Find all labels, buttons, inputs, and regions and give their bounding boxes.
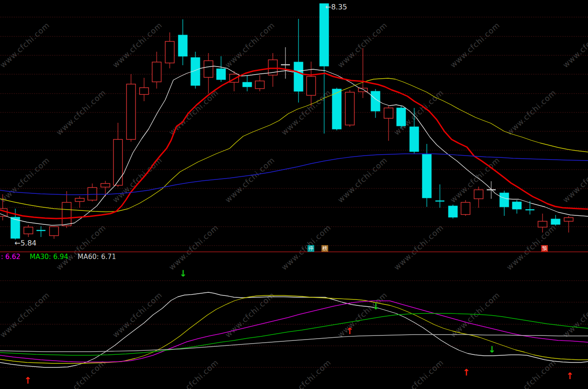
price-annotation: ←5.84 <box>14 239 36 247</box>
candle-down <box>551 215 560 226</box>
event-badge[interactable]: 榜 <box>321 245 328 252</box>
candle-down <box>371 89 380 118</box>
candle-up <box>538 214 547 233</box>
candle-up <box>255 75 264 91</box>
candle-up <box>384 106 393 141</box>
candle-down <box>217 56 226 82</box>
candle-down <box>512 200 521 214</box>
candle-down <box>448 205 457 219</box>
candle-up <box>268 53 277 87</box>
candle-up <box>358 48 367 98</box>
sell-signal-arrow: ↓ <box>488 344 496 355</box>
sell-signal-arrow: ↓ <box>180 268 187 279</box>
buy-signal-arrow: ↑ <box>566 371 574 381</box>
candle-down <box>397 106 406 128</box>
candle-up <box>165 32 174 68</box>
series-ind-yellow <box>0 295 588 363</box>
candle-up <box>127 74 136 142</box>
indicator-panel: ↑↓↑↓↑↓↑ <box>0 268 588 386</box>
candle-up <box>75 196 84 208</box>
buy-signal-arrow: ↑ <box>346 326 354 336</box>
series-ind-magenta-ma20 <box>0 301 588 362</box>
stock-chart-window: www.cfchi.comwww.cfchi.comwww.cfchi.comw… <box>0 0 588 389</box>
price-annotation: ←8.35 <box>325 3 347 11</box>
candle-down <box>410 108 419 153</box>
event-badge[interactable]: 停 <box>308 245 314 252</box>
candle-down <box>294 19 303 103</box>
candle-up <box>345 90 354 127</box>
series-ind-gray-ma60 <box>0 335 588 352</box>
chart-canvas[interactable]: ←8.35←5.84↑↓↑↓↑↓↑ <box>0 0 588 389</box>
candle-up <box>307 62 316 107</box>
main-price-panel: ←8.35←5.84 <box>0 3 588 247</box>
candle-down <box>243 75 252 91</box>
candle-down <box>435 184 444 208</box>
candle-up <box>204 53 213 94</box>
event-badge[interactable]: 预 <box>541 245 548 252</box>
candle-down <box>36 226 45 237</box>
candle-up <box>113 123 122 187</box>
candle-up <box>50 226 59 239</box>
series-ind-white-fast <box>0 292 588 367</box>
candle-up <box>564 216 573 233</box>
candle-down <box>422 144 431 207</box>
buy-signal-arrow: ↑ <box>463 367 470 378</box>
candle-down <box>178 19 187 65</box>
candle-up <box>140 78 149 101</box>
candle-up <box>461 200 470 216</box>
candle-up <box>88 183 97 201</box>
buy-signal-arrow: ↑ <box>24 375 32 386</box>
sell-signal-arrow: ↓ <box>372 301 380 312</box>
candle-up <box>152 52 161 89</box>
candle-up <box>474 187 483 208</box>
candle-down <box>500 191 509 216</box>
candle-down <box>320 4 329 134</box>
candle-doji <box>487 181 496 199</box>
series-ind-green-ma30 <box>0 313 588 355</box>
